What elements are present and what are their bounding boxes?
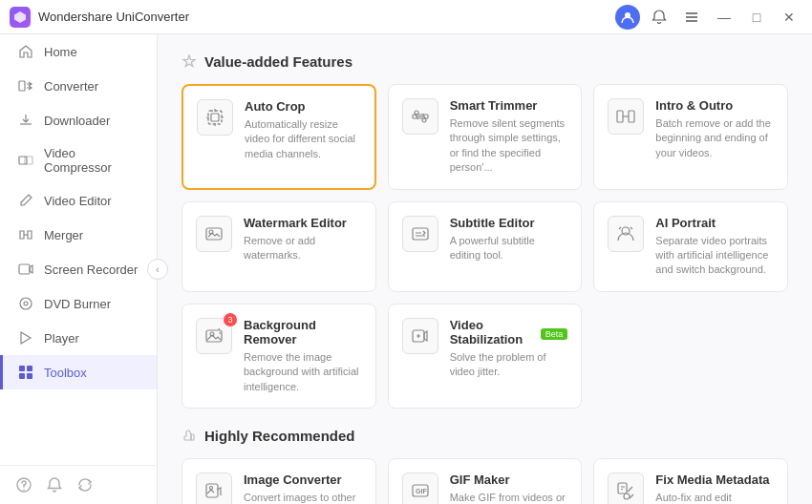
svg-rect-18 xyxy=(211,114,219,121)
svg-point-8 xyxy=(20,298,32,309)
sidebar-label-toolbox: Toolbox xyxy=(44,366,87,380)
watermark-editor-desc: Remove or add watermarks. xyxy=(244,234,362,263)
highly-recommended-section-title: Highly Recommended xyxy=(182,428,788,444)
menu-icon[interactable] xyxy=(678,4,705,31)
feature-card-smart-trimmer[interactable]: Smart Trimmer Remove silent segments thr… xyxy=(388,84,583,190)
feature-card-intro-outro[interactable]: Intro & Outro Batch remove or add the be… xyxy=(593,84,788,190)
video-stabilization-icon xyxy=(402,318,438,354)
image-converter-icon xyxy=(196,472,232,504)
svg-rect-17 xyxy=(208,111,222,124)
sidebar-collapse-button[interactable]: ‹ xyxy=(147,259,168,280)
feature-card-subtitle-editor[interactable]: Subtitle Editor A powerful subtitle edit… xyxy=(388,201,583,292)
title-bar: Wondershare UniConverter — □ ✕ xyxy=(0,0,812,34)
value-added-features-grid: Auto Crop Automatically resize video for… xyxy=(182,84,788,409)
auto-crop-desc: Automatically resize video for different… xyxy=(245,117,361,161)
sidebar-item-converter[interactable]: Converter xyxy=(0,69,157,103)
svg-rect-33 xyxy=(191,434,194,440)
app-title: Wondershare UniConverter xyxy=(38,10,615,24)
sidebar: Home Converter Downloader Video Compress… xyxy=(0,34,158,504)
subtitle-editor-desc: A powerful subtitle editing tool. xyxy=(450,234,568,263)
ai-portrait-title: AI Portrait xyxy=(655,216,774,230)
sidebar-label-converter: Converter xyxy=(44,79,98,94)
profile-icon[interactable] xyxy=(615,5,640,30)
value-added-section-title: Value-added Features xyxy=(182,53,788,70)
feature-card-image-converter[interactable]: Image Converter Convert images to other … xyxy=(182,458,376,504)
auto-crop-text: Auto Crop Automatically resize video for… xyxy=(245,99,361,161)
gif-maker-desc: Make GIF from videos or pictures. xyxy=(450,491,568,504)
svg-rect-7 xyxy=(19,264,30,274)
intro-outro-icon xyxy=(608,98,644,135)
svg-rect-28 xyxy=(413,228,428,240)
intro-outro-text: Intro & Outro Batch remove or add the be… xyxy=(655,98,774,160)
sidebar-item-downloader[interactable]: Downloader xyxy=(0,103,157,137)
svg-point-39 xyxy=(624,494,630,499)
section-icon-thumb xyxy=(182,428,197,443)
maximize-button[interactable]: □ xyxy=(743,4,770,31)
sidebar-item-merger[interactable]: Merger xyxy=(0,218,157,252)
smart-trimmer-text: Smart Trimmer Remove silent segments thr… xyxy=(450,98,568,176)
svg-rect-12 xyxy=(27,366,32,371)
feature-card-ai-portrait[interactable]: AI Portrait Separate video portraits wit… xyxy=(593,201,788,292)
subtitle-editor-text: Subtitle Editor A powerful subtitle edit… xyxy=(450,216,568,263)
home-icon xyxy=(17,43,34,60)
feature-card-watermark-editor[interactable]: Watermark Editor Remove or add watermark… xyxy=(182,201,376,292)
sync-icon[interactable] xyxy=(75,475,95,494)
sidebar-label-downloader: Downloader xyxy=(44,114,110,128)
bell-icon[interactable] xyxy=(45,475,64,494)
sidebar-label-dvd-burner: DVD Burner xyxy=(44,297,111,311)
svg-point-9 xyxy=(24,302,28,305)
sidebar-label-home: Home xyxy=(44,45,77,59)
svg-rect-30 xyxy=(206,330,222,342)
svg-rect-25 xyxy=(629,111,634,122)
sidebar-item-dvd-burner[interactable]: DVD Burner xyxy=(0,286,157,321)
notification-icon[interactable] xyxy=(646,4,673,31)
gif-maker-title: GIF Maker xyxy=(450,472,568,487)
bg-remover-badge: 3 xyxy=(224,313,237,326)
feature-card-gif-maker[interactable]: GIF GIF Maker Make GIF from videos or pi… xyxy=(388,458,583,504)
help-icon[interactable] xyxy=(14,475,33,494)
fix-media-metadata-desc: Auto-fix and edit metadata of media file… xyxy=(655,491,774,504)
background-remover-title: Background Remover xyxy=(244,318,362,346)
fix-media-metadata-icon xyxy=(608,472,644,504)
record-icon xyxy=(17,261,34,278)
watermark-editor-title: Watermark Editor xyxy=(244,216,362,230)
svg-marker-10 xyxy=(21,332,31,344)
svg-rect-11 xyxy=(19,366,25,371)
sidebar-item-video-compressor[interactable]: Video Compressor xyxy=(0,137,157,183)
dvd-icon xyxy=(17,295,34,312)
feature-card-fix-media-metadata[interactable]: Fix Media Metadata Auto-fix and edit met… xyxy=(593,458,788,504)
sidebar-bottom xyxy=(0,465,157,504)
svg-rect-4 xyxy=(19,81,25,91)
minimize-button[interactable]: — xyxy=(711,4,737,31)
image-converter-desc: Convert images to other formats. xyxy=(244,491,362,504)
main-content: Value-added Features Auto Crop Automatic… xyxy=(158,34,812,504)
sidebar-item-toolbox[interactable]: Toolbox xyxy=(0,355,157,389)
compress-icon xyxy=(17,152,34,169)
sidebar-item-screen-recorder[interactable]: Screen Recorder xyxy=(0,252,157,286)
sidebar-label-video-compressor: Video Compressor xyxy=(44,146,142,175)
converter-icon xyxy=(17,77,34,94)
sidebar-item-video-editor[interactable]: Video Editor xyxy=(0,183,157,218)
sidebar-label-video-editor: Video Editor xyxy=(44,194,112,208)
intro-outro-title: Intro & Outro xyxy=(655,98,774,113)
svg-rect-13 xyxy=(19,373,25,379)
feature-card-auto-crop[interactable]: Auto Crop Automatically resize video for… xyxy=(182,84,376,190)
smart-trimmer-desc: Remove silent segments through simple se… xyxy=(450,116,568,176)
window-controls: — □ ✕ xyxy=(615,4,802,31)
video-stabilization-title-row: Video Stabilization Beta xyxy=(450,318,568,350)
sidebar-item-home[interactable]: Home xyxy=(0,34,157,69)
smart-trimmer-title: Smart Trimmer xyxy=(450,98,568,113)
sidebar-item-player[interactable]: Player xyxy=(0,321,157,355)
svg-rect-26 xyxy=(206,228,222,240)
fix-media-metadata-text: Fix Media Metadata Auto-fix and edit met… xyxy=(655,472,774,504)
feature-card-video-stabilization[interactable]: Video Stabilization Beta Solve the probl… xyxy=(388,304,583,409)
toolbox-icon xyxy=(17,364,34,381)
gif-maker-text: GIF Maker Make GIF from videos or pictur… xyxy=(450,472,568,504)
ai-portrait-icon xyxy=(608,216,644,252)
close-button[interactable]: ✕ xyxy=(776,4,802,31)
feature-card-background-remover[interactable]: 3 Background Remover Remove the image ba… xyxy=(182,304,376,409)
play-icon xyxy=(17,329,34,346)
ai-portrait-text: AI Portrait Separate video portraits wit… xyxy=(655,216,774,278)
svg-rect-24 xyxy=(617,111,623,122)
background-remover-desc: Remove the image background with artific… xyxy=(244,350,362,394)
